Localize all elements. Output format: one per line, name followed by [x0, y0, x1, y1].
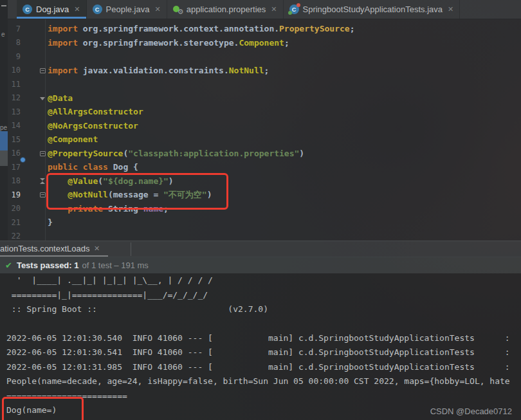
strip-item: [0, 151, 8, 166]
code-text: @PropertySource("classpath:application.p…: [48, 149, 304, 158]
code-text: @AllArgsConstructor: [48, 107, 143, 116]
test-status-text: Tests passed: 1: [17, 260, 79, 270]
tab-close-icon[interactable]: ✕: [154, 5, 160, 14]
tab-label: SpringbootStudyApplicationTests.java: [303, 5, 443, 14]
console-line: ' |____| .__|_| |_|_| |_\__, | / / / /: [6, 275, 521, 289]
code-text: @Data: [48, 93, 73, 103]
line-number: 22: [8, 232, 21, 241]
class-icon: C: [93, 5, 102, 14]
code-line[interactable]: 13@AllArgsConstructor: [8, 105, 521, 119]
tab-close-icon[interactable]: ✕: [74, 5, 80, 14]
background-window-strip: e pe: [0, 0, 8, 241]
editor-tab[interactable]: application.properties✕: [167, 0, 284, 19]
line-number: 11: [8, 80, 21, 89]
code-line[interactable]: 22: [8, 230, 521, 241]
line-number: 8: [8, 38, 21, 47]
code-lines: 7import org.springframework.context.anno…: [8, 22, 521, 241]
code-line[interactable]: 15@Component: [8, 132, 521, 147]
code-text: @Component: [48, 134, 98, 144]
code-text: private String name;: [48, 204, 169, 214]
divider: [131, 242, 131, 256]
fold-marker-icon[interactable]: [40, 97, 45, 100]
code-line[interactable]: 12@Data: [8, 91, 521, 105]
code-line[interactable]: 21}: [8, 215, 521, 230]
console-line: [6, 319, 521, 333]
code-line[interactable]: 10import javax.validation.constraints.No…: [8, 64, 521, 78]
code-line[interactable]: 14@NoArgsConstructor: [8, 119, 521, 133]
test-passed-check-icon: ✔: [5, 260, 12, 270]
console-line: 2022-06-05 12:01:30.541 INFO 41060 --- […: [6, 347, 521, 361]
fold-marker-icon[interactable]: [40, 151, 46, 156]
editor-tab[interactable]: CSpringbootStudyApplicationTests.java✕: [284, 0, 461, 19]
test-status-bar: ✔ Tests passed: 1 of 1 test – 191 ms: [0, 257, 521, 273]
fold-marker-icon[interactable]: [40, 178, 45, 184]
console-line: ========================: [6, 391, 521, 405]
console-lines: \\/ ___)| |_)| | | | | || (_| | ) ) ) ) …: [6, 273, 521, 419]
strip-text-fragment: e: [1, 31, 5, 38]
strip-text-fragment: pe: [0, 124, 7, 131]
line-number: 18: [8, 176, 21, 185]
console-line: =========|_|==============|___/=/_/_/_/: [6, 290, 521, 304]
editor-tab-bar: CDog.java✕CPeople.java✕application.prope…: [8, 0, 521, 19]
code-text: import org.springframework.context.annot…: [48, 24, 354, 33]
run-console[interactable]: \\/ ___)| |_)| | | | | || (_| | ) ) ) ) …: [0, 273, 521, 420]
code-line[interactable]: 17public class Dog {: [8, 160, 521, 174]
line-number: 9: [8, 52, 21, 61]
code-line[interactable]: 11: [8, 77, 521, 91]
line-number: 13: [8, 107, 21, 116]
console-line: People(name=decade, age=24, isHappy=fals…: [6, 376, 521, 390]
line-number: 17: [8, 163, 21, 172]
tab-label: People.java: [106, 5, 150, 14]
line-number: 12: [8, 93, 21, 102]
properties-icon: [173, 5, 183, 14]
code-editor[interactable]: 7import org.springframework.context.anno…: [8, 19, 521, 241]
code-line[interactable]: 20 private String name;: [8, 202, 521, 216]
strip-selected-item: [0, 131, 8, 151]
line-number: 10: [8, 66, 21, 75]
code-text: public class Dog {: [48, 162, 138, 172]
tab-label: application.properties: [187, 5, 266, 14]
code-line[interactable]: 8import org.springframework.stereotype.C…: [8, 36, 521, 50]
console-line: 2022-06-05 12:01:30.540 INFO 41060 --- […: [6, 333, 521, 347]
code-text: @Value("${dog.name}"): [48, 176, 174, 186]
line-number: 16: [8, 149, 21, 158]
test-class-icon: C: [289, 5, 299, 14]
line-number: 20: [8, 204, 21, 213]
strip-dash: [1, 5, 6, 6]
code-line[interactable]: 9: [8, 50, 521, 64]
code-line[interactable]: 19 @NotNull(message = "不可为空"): [8, 188, 521, 202]
line-number: 14: [8, 121, 21, 130]
close-icon[interactable]: ✕: [94, 244, 100, 253]
code-line[interactable]: 7import org.springframework.context.anno…: [8, 22, 521, 36]
line-number: 15: [8, 135, 21, 144]
editor-tab[interactable]: CPeople.java✕: [87, 0, 167, 19]
editor-tab[interactable]: CDog.java✕: [17, 0, 87, 19]
code-text: }: [48, 217, 53, 227]
code-text: import org.springframework.stereotype.Co…: [48, 38, 289, 48]
code-text: @NotNull(message = "不可为空"): [48, 189, 212, 201]
fold-marker-icon[interactable]: [40, 192, 46, 197]
code-line[interactable]: 18 @Value("${dog.name}"): [8, 174, 521, 188]
tab-close-icon[interactable]: ✕: [271, 5, 277, 14]
fold-marker-icon[interactable]: [40, 68, 46, 73]
tab-close-icon[interactable]: ✕: [448, 5, 453, 14]
code-text: import javax.validation.constraints.NotN…: [48, 66, 269, 75]
watermark: CSDN @Decade0712: [430, 406, 512, 416]
code-text: @NoArgsConstructor: [48, 121, 138, 131]
line-number: 21: [8, 218, 21, 227]
line-number: 7: [8, 24, 21, 33]
line-number: 19: [8, 190, 21, 199]
code-line[interactable]: 16@PropertySource("classpath:application…: [8, 147, 521, 161]
console-line: :: Spring Boot :: (v2.7.0): [6, 304, 521, 318]
test-status-detail: of 1 test – 191 ms: [82, 260, 149, 270]
tab-label: Dog.java: [36, 5, 69, 14]
test-runner-tab-bar: ationTests.contextLoads ✕: [0, 241, 521, 257]
test-run-tab[interactable]: ationTests.contextLoads: [0, 244, 89, 253]
class-icon: C: [23, 5, 32, 14]
console-line: 2022-06-05 12:01:31.985 INFO 41060 --- […: [6, 362, 521, 376]
